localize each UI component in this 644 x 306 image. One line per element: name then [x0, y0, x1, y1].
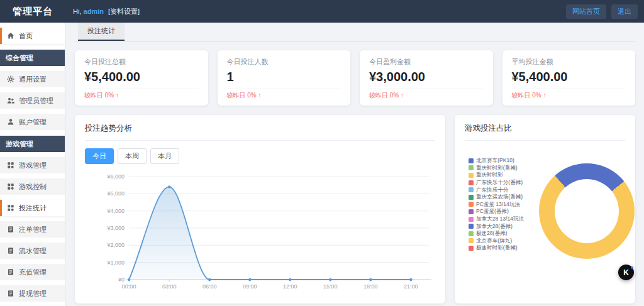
svg-text:06:00: 06:00: [203, 283, 217, 290]
legend-item-4[interactable]: 广东快乐十分: [469, 186, 539, 194]
tab-bar: 投注统计: [75, 23, 635, 41]
header-actions: 网站首页 退出: [566, 4, 638, 19]
tab-0[interactable]: 投注统计: [78, 23, 125, 41]
svg-text:12:00: 12:00: [283, 283, 297, 290]
svg-text:18:00: 18:00: [364, 283, 378, 290]
stat-label: 平均投注金额: [512, 57, 626, 67]
bet-trend-panel: 投注趋势分析 今日本周本月 ¥0¥1,000¥2,000¥3,000¥4,000…: [75, 115, 445, 303]
stat-card-2: 今日盈利金额 ¥3,000.00 较昨日 0% ↑: [360, 50, 493, 106]
sidebar-item-label: 注单管理: [19, 225, 47, 234]
legend-label: 广东快乐十分(番摊): [476, 178, 523, 186]
stat-cards-row: 今日投注总额 ¥5,400.00 较昨日 0% ↑ 今日投注人数 1 较昨日 0…: [75, 50, 635, 106]
stat-value: ¥3,000.00: [369, 70, 484, 84]
grid-icon: [7, 161, 14, 169]
svg-text:15:00: 15:00: [323, 283, 338, 290]
sidebar-item-0-0[interactable]: 通用设置: [0, 71, 65, 87]
pie-panel-title: 游戏投注占比: [465, 123, 625, 141]
legend-label: 重庆时时彩: [476, 172, 503, 179]
svg-text:¥6,000: ¥6,000: [107, 173, 125, 180]
site-home-button[interactable]: 网站首页: [566, 4, 606, 19]
charts-row: 投注趋势分析 今日本周本月 ¥0¥1,000¥2,000¥3,000¥4,000…: [75, 115, 635, 303]
sidebar-item-1-2[interactable]: 投注统计: [0, 200, 65, 216]
legend-swatch: [469, 158, 474, 163]
sidebar-nav: 首页综合管理通用设置管理员管理账户管理游戏管理游戏管理游戏控制投注统计注单管理流…: [0, 23, 65, 306]
sidebar-item-home[interactable]: 首页: [0, 28, 65, 44]
svg-text:¥3,000: ¥3,000: [107, 225, 125, 231]
legend-item-5[interactable]: 重庆幸运农场(番摊): [469, 194, 539, 201]
sidebar-section-1[interactable]: 游戏管理: [0, 136, 65, 152]
legend-item-8[interactable]: 加拿大28 13/14玩法: [469, 216, 539, 223]
stat-change: 较昨日 0% ↑: [512, 88, 626, 100]
sidebar-item-label: 账户管理: [19, 117, 47, 127]
sidebar-item-label: 充值管理: [19, 268, 47, 277]
legend-item-2[interactable]: 重庆时时彩: [469, 172, 539, 179]
legend-item-3[interactable]: 广东快乐十分(番摊): [469, 179, 539, 187]
legend-swatch: [469, 238, 474, 243]
legend-label: 极速28(番摊): [476, 230, 507, 238]
legend-item-7[interactable]: PC蛋蛋(番摊): [469, 208, 539, 216]
document-icon: [7, 247, 14, 254]
sidebar-item-label: 提现管理: [19, 289, 47, 298]
stat-card-1: 今日投注人数 1 较昨日 0% ↑: [218, 50, 351, 106]
floating-k-badge[interactable]: K: [618, 265, 634, 280]
legend-swatch: [469, 217, 474, 222]
trend-range-buttons: 今日本周本月: [85, 148, 435, 164]
app-title: 管理平台: [0, 6, 65, 18]
legend-label: 极速时时彩(番摊): [476, 244, 518, 252]
svg-text:09:00: 09:00: [243, 283, 257, 290]
legend-swatch: [469, 202, 474, 207]
legend-swatch: [469, 209, 474, 214]
stat-card-3: 平均投注金额 ¥5,400.00 较昨日 0% ↑: [502, 50, 636, 106]
legend-item-12[interactable]: 极速时时彩(番摊): [469, 244, 539, 252]
sidebar-item-label: 投注统计: [19, 204, 47, 213]
legend-label: PC蛋蛋(番摊): [476, 208, 509, 216]
legend-label: 加拿大28 13/14玩法: [476, 215, 524, 222]
sidebar-item-0-2[interactable]: 账户管理: [0, 114, 65, 130]
legend-swatch: [469, 231, 474, 236]
logout-button[interactable]: 退出: [611, 4, 638, 19]
legend-swatch: [469, 180, 474, 185]
sidebar-item-1-1[interactable]: 游戏控制: [0, 178, 65, 195]
svg-text:03:00: 03:00: [162, 283, 177, 290]
user-icon: [7, 118, 14, 126]
trend-area-chart: ¥0¥1,000¥2,000¥3,000¥4,000¥5,000¥6,00000…: [85, 169, 435, 295]
sidebar-section-0[interactable]: 综合管理: [0, 50, 65, 66]
range-button-2[interactable]: 本月: [150, 148, 179, 164]
user-greeting: Hi, admin [资料设置]: [73, 7, 140, 16]
profile-settings-link[interactable]: [资料设置]: [108, 8, 140, 15]
sidebar-item-1-5[interactable]: 充值管理: [0, 264, 65, 280]
legend-swatch: [469, 187, 474, 192]
sidebar-item-0-1[interactable]: 管理员管理: [0, 92, 65, 109]
sidebar-item-1-0[interactable]: 游戏管理: [0, 157, 65, 173]
legend-item-0[interactable]: 北京赛车(PK10): [469, 157, 539, 165]
username: admin: [84, 8, 104, 15]
sidebar-item-label: 通用设置: [19, 75, 47, 84]
legend-swatch: [469, 173, 474, 178]
stat-value: 1: [227, 70, 341, 84]
sidebar-item-label: 流水管理: [19, 246, 47, 256]
stat-change: 较昨日 0% ↑: [227, 88, 341, 100]
stat-card-0: 今日投注总额 ¥5,400.00 较昨日 0% ↑: [75, 50, 208, 106]
stat-change: 较昨日 0% ↑: [84, 88, 199, 100]
top-header: 管理平台 Hi, admin [资料设置] 网站首页 退出: [0, 0, 644, 23]
range-button-1[interactable]: 本周: [118, 148, 147, 164]
sidebar-item-1-6[interactable]: 提现管理: [0, 285, 65, 302]
sidebar-item-1-3[interactable]: 注单管理: [0, 221, 65, 238]
range-button-0[interactable]: 今日: [85, 148, 114, 164]
game-share-panel: 游戏投注占比 北京赛车(PK10) 重庆时时彩(番摊) 重庆时时彩 广东快乐十分…: [455, 115, 635, 303]
sidebar-item-label: 首页: [19, 31, 33, 41]
gear-icon: [7, 75, 14, 83]
sidebar-item-1-4[interactable]: 流水管理: [0, 243, 65, 259]
legend-item-9[interactable]: 加拿大28(番摊): [469, 222, 539, 230]
legend-swatch: [469, 246, 474, 251]
stat-change: 较昨日 0% ↑: [369, 88, 484, 100]
sidebar-item-label: 管理员管理: [19, 96, 53, 106]
stat-value: ¥5,400.00: [512, 70, 626, 84]
svg-text:00:00: 00:00: [122, 283, 136, 290]
svg-text:¥5,000: ¥5,000: [107, 190, 125, 197]
stat-label: 今日投注人数: [227, 57, 341, 67]
donut-chart: [539, 163, 635, 259]
stat-label: 今日盈利金额: [369, 57, 484, 67]
legend-item-10[interactable]: 极速28(番摊): [469, 230, 539, 238]
legend-swatch: [469, 165, 474, 170]
